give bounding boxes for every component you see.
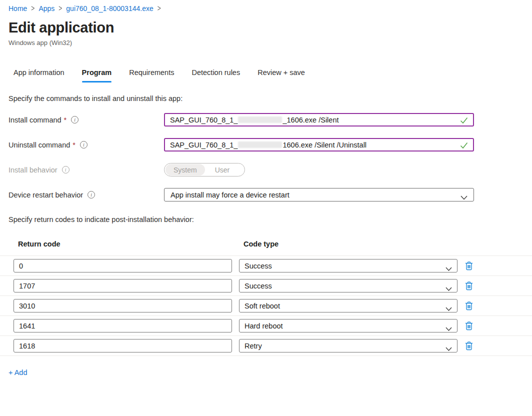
uninstall-command-input[interactable]: SAP_GUI_760_8_1_1606.exe /Silent /Uninst… <box>164 138 474 152</box>
trash-icon[interactable] <box>463 339 475 352</box>
chevron-down-icon <box>446 344 452 352</box>
toggle-option-user[interactable]: User <box>207 164 238 176</box>
device-restart-row: Device restart behavior i App install ma… <box>8 188 532 202</box>
return-code-input[interactable] <box>14 279 232 292</box>
chevron-down-icon <box>446 284 452 292</box>
code-type-dropdown[interactable]: Soft reboot <box>239 299 458 312</box>
tab-detection-rules[interactable]: Detection rules <box>192 68 240 82</box>
table-row: Success <box>0 276 532 296</box>
info-icon[interactable]: i <box>88 191 95 198</box>
breadcrumb: Home > Apps > gui760_08_1-80003144.exe > <box>0 0 532 12</box>
table-row: Soft reboot <box>0 296 532 316</box>
checkmark-icon <box>460 117 468 126</box>
table-row: Hard reboot <box>0 316 532 336</box>
trash-icon[interactable] <box>463 279 475 292</box>
required-asterisk: * <box>64 116 67 124</box>
chevron-down-icon <box>446 304 452 312</box>
table-row: Retry <box>0 336 532 356</box>
info-icon[interactable]: i <box>80 141 88 148</box>
breadcrumb-home-link[interactable]: Home <box>8 4 27 12</box>
install-behavior-toggle: System User <box>164 163 245 176</box>
tab-program[interactable]: Program <box>82 68 112 82</box>
device-restart-dropdown[interactable]: App install may force a device restart <box>164 188 474 202</box>
tab-bar: App information Program Requirements Det… <box>14 68 532 82</box>
trash-icon[interactable] <box>463 319 475 332</box>
redacted-text-segment <box>238 116 282 123</box>
install-behavior-row: Install behavior i System User <box>8 163 532 176</box>
code-type-dropdown[interactable]: Success <box>239 279 458 292</box>
chevron-right-icon: > <box>31 4 34 13</box>
trash-icon[interactable] <box>463 259 475 272</box>
install-behavior-label: Install behavior i <box>8 166 164 174</box>
install-command-input[interactable]: SAP_GUI_760_8_1__1606.exe /Silent <box>164 113 474 126</box>
required-asterisk: * <box>72 141 76 149</box>
tab-requirements[interactable]: Requirements <box>129 68 174 82</box>
chevron-right-icon: > <box>158 4 161 13</box>
code-type-column-header: Code type <box>244 240 278 248</box>
info-icon[interactable]: i <box>62 166 70 174</box>
checkmark-icon <box>460 142 468 150</box>
table-row: Success <box>0 256 532 276</box>
device-restart-label: Device restart behavior i <box>8 191 164 199</box>
info-icon[interactable]: i <box>71 116 78 124</box>
return-code-input[interactable] <box>14 259 232 272</box>
page-title: Edit application <box>8 19 532 36</box>
return-codes-table: Success Success Soft reboot <box>0 256 532 356</box>
return-code-input[interactable] <box>14 339 232 352</box>
add-return-code-button[interactable]: + Add <box>8 368 28 376</box>
chevron-right-icon: > <box>58 4 62 13</box>
return-code-input[interactable] <box>14 299 232 312</box>
commands-intro-text: Specify the commands to install and unin… <box>8 94 532 102</box>
chevron-down-icon <box>446 324 452 332</box>
edit-application-page: Home > Apps > gui760_08_1-80003144.exe >… <box>0 0 532 416</box>
toggle-option-system[interactable]: System <box>166 164 205 176</box>
tab-app-information[interactable]: App information <box>14 68 64 82</box>
install-command-label: Install command * i <box>8 116 164 124</box>
return-code-column-header: Return code <box>18 240 244 248</box>
breadcrumb-app-link[interactable]: gui760_08_1-80003144.exe <box>66 4 153 12</box>
return-codes-intro-text: Specify return codes to indicate post-in… <box>8 216 532 224</box>
chevron-down-icon <box>460 194 468 202</box>
code-type-dropdown[interactable]: Success <box>239 259 458 272</box>
uninstall-command-row: Uninstall command * i SAP_GUI_760_8_1_16… <box>8 138 532 152</box>
install-command-row: Install command * i SAP_GUI_760_8_1__160… <box>8 113 532 126</box>
page-subtitle: Windows app (Win32) <box>8 39 532 46</box>
trash-icon[interactable] <box>463 299 475 312</box>
tab-review-save[interactable]: Review + save <box>258 68 305 82</box>
uninstall-command-label: Uninstall command * i <box>8 141 164 149</box>
active-tab-underline <box>82 81 112 82</box>
code-type-dropdown[interactable]: Retry <box>239 339 458 352</box>
return-code-input[interactable] <box>14 319 232 332</box>
redacted-text-segment <box>238 142 282 148</box>
breadcrumb-apps-link[interactable]: Apps <box>38 4 54 12</box>
code-type-dropdown[interactable]: Hard reboot <box>239 319 458 332</box>
chevron-down-icon <box>446 264 452 272</box>
return-codes-header-row: Return code Code type <box>18 240 532 248</box>
